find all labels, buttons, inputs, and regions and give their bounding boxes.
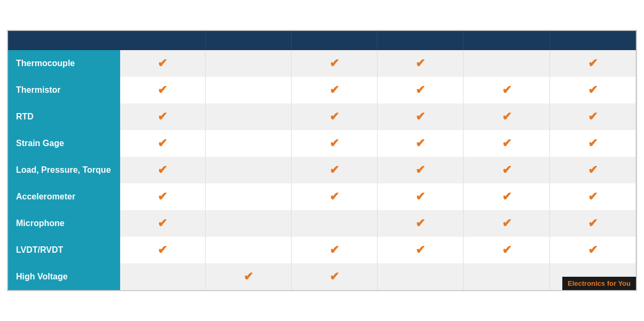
- header-col-attenuation: [205, 31, 291, 50]
- comparison-table: Thermocouple✔✔✔✔Thermistor✔✔✔✔✔RTD✔✔✔✔✔S…: [8, 31, 636, 290]
- cell-attenuation: ✔: [205, 263, 291, 290]
- check-icon: ✔: [588, 110, 598, 123]
- table-body: Thermocouple✔✔✔✔Thermistor✔✔✔✔✔RTD✔✔✔✔✔S…: [8, 50, 636, 290]
- check-icon: ✔: [502, 137, 512, 150]
- cell-isolation: ✔: [291, 183, 377, 210]
- check-icon: ✔: [158, 216, 167, 230]
- check-icon: ✔: [415, 163, 425, 176]
- check-icon: ✔: [158, 83, 167, 97]
- cell-attenuation: [205, 183, 291, 210]
- cell-amplification: [120, 263, 205, 290]
- check-icon: ✔: [415, 216, 425, 230]
- cell-excitation: ✔: [464, 183, 549, 210]
- cell-attenuation: [205, 237, 291, 263]
- row-label: RTD: [8, 103, 120, 130]
- check-icon: ✔: [588, 216, 598, 230]
- table-row: Strain Gage✔✔✔✔✔: [8, 130, 636, 157]
- table-row: Accelerometer✔✔✔✔✔: [8, 183, 636, 210]
- cell-linearization: ✔: [549, 210, 635, 237]
- cell-filtering: ✔: [378, 77, 464, 103]
- cell-filtering: ✔: [378, 183, 464, 210]
- check-icon: ✔: [588, 190, 598, 203]
- header-col-amplification: [120, 31, 205, 50]
- check-icon: ✔: [329, 110, 339, 123]
- check-icon: ✔: [415, 243, 425, 256]
- check-icon: ✔: [244, 270, 253, 283]
- check-icon: ✔: [588, 57, 598, 70]
- cell-linearization: ✔: [549, 237, 635, 263]
- cell-amplification: ✔: [120, 157, 205, 183]
- check-icon: ✔: [502, 163, 512, 176]
- check-icon: ✔: [588, 83, 598, 97]
- watermark: Electronics for You: [562, 277, 636, 290]
- check-icon: ✔: [329, 57, 339, 70]
- check-icon: ✔: [329, 243, 339, 256]
- cell-amplification: ✔: [120, 103, 205, 130]
- cell-excitation: ✔: [464, 77, 549, 103]
- row-label: Accelerometer: [8, 183, 120, 210]
- cell-excitation: [464, 50, 549, 77]
- cell-isolation: ✔: [291, 103, 377, 130]
- table-row: Thermistor✔✔✔✔✔: [8, 77, 636, 103]
- table-row: RTD✔✔✔✔✔: [8, 103, 636, 130]
- check-icon: ✔: [415, 83, 425, 97]
- cell-attenuation: [205, 103, 291, 130]
- check-icon: ✔: [158, 57, 167, 70]
- check-icon: ✔: [588, 137, 598, 150]
- cell-filtering: ✔: [378, 130, 464, 157]
- row-label: Thermocouple: [8, 50, 120, 77]
- main-table-container: Thermocouple✔✔✔✔Thermistor✔✔✔✔✔RTD✔✔✔✔✔S…: [7, 30, 637, 291]
- check-icon: ✔: [158, 243, 167, 256]
- cell-isolation: ✔: [291, 237, 377, 263]
- cell-isolation: ✔: [291, 77, 377, 103]
- cell-amplification: ✔: [120, 237, 205, 263]
- header-row: [8, 31, 636, 50]
- cell-amplification: ✔: [120, 77, 205, 103]
- cell-isolation: ✔: [291, 157, 377, 183]
- check-icon: ✔: [415, 137, 425, 150]
- header-col-excitation: [464, 31, 549, 50]
- cell-linearization: ✔: [549, 77, 635, 103]
- check-icon: ✔: [415, 110, 425, 123]
- cell-linearization: ✔: [549, 130, 635, 157]
- row-label: High Voltage: [8, 263, 120, 290]
- table-row: High Voltage✔✔: [8, 263, 636, 290]
- cell-isolation: ✔: [291, 130, 377, 157]
- cell-excitation: ✔: [464, 210, 549, 237]
- check-icon: ✔: [502, 190, 512, 203]
- header-col-empty: [8, 31, 120, 50]
- table-row: Thermocouple✔✔✔✔: [8, 50, 636, 77]
- cell-filtering: ✔: [378, 237, 464, 263]
- header-col-filtering: [378, 31, 464, 50]
- watermark-text: Electronics for You: [568, 279, 631, 287]
- cell-filtering: ✔: [378, 210, 464, 237]
- check-icon: ✔: [329, 137, 339, 150]
- check-icon: ✔: [329, 163, 339, 176]
- cell-isolation: ✔: [291, 263, 377, 290]
- table-row: LVDT/RVDT✔✔✔✔✔: [8, 237, 636, 263]
- cell-excitation: [464, 263, 549, 290]
- check-icon: ✔: [158, 110, 167, 123]
- check-icon: ✔: [415, 190, 425, 203]
- row-label: Strain Gage: [8, 130, 120, 157]
- check-icon: ✔: [502, 216, 512, 230]
- cell-amplification: ✔: [120, 183, 205, 210]
- cell-excitation: ✔: [464, 157, 549, 183]
- cell-linearization: ✔: [549, 157, 635, 183]
- header-col-isolation: [291, 31, 377, 50]
- cell-amplification: ✔: [120, 210, 205, 237]
- cell-amplification: ✔: [120, 50, 205, 77]
- check-icon: ✔: [588, 163, 598, 176]
- cell-isolation: [291, 210, 377, 237]
- check-icon: ✔: [588, 243, 598, 256]
- check-icon: ✔: [502, 243, 512, 256]
- check-icon: ✔: [502, 83, 512, 97]
- cell-attenuation: [205, 130, 291, 157]
- check-icon: ✔: [329, 83, 339, 97]
- cell-attenuation: [205, 77, 291, 103]
- cell-attenuation: [205, 157, 291, 183]
- cell-attenuation: [205, 210, 291, 237]
- row-label: LVDT/RVDT: [8, 237, 120, 263]
- row-label: Thermistor: [8, 77, 120, 103]
- check-icon: ✔: [502, 110, 512, 123]
